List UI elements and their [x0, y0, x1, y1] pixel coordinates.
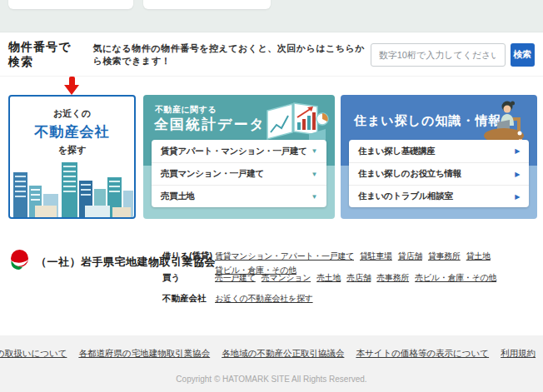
- search-description: 気になる物件の物件番号を控えておくと、次回からはこちらから検索できます！: [93, 42, 371, 67]
- copyright-text: Copyright © HATOMARK SITE All Rights Res…: [0, 375, 543, 384]
- knowledge-menu: 住まい探し基礎講座 ▶ 住まい探しのお役立ち情報 ▶ 住まいのトラブル相談室 ▶: [349, 140, 529, 207]
- knowledge-menu-item-label: 住まい探しのお役立ち情報: [358, 168, 461, 180]
- knowledge-card-title: 住まい探しの知識・情報: [354, 113, 501, 129]
- stats-menu-item-land[interactable]: 売買土地 ▼: [152, 185, 326, 207]
- footer-group-buy: 買う 売一戸建て 売マンション 売土地 売店舗 売事務所 売ビル・倉庫・その他: [162, 272, 543, 284]
- footer-link[interactable]: 売事務所: [376, 272, 409, 284]
- header-tab-remnant: [8, 0, 133, 9]
- knowledge-menu-item-label: 住まいのトラブル相談室: [358, 191, 453, 202]
- footer-link[interactable]: 貸事務所: [428, 251, 461, 262]
- legal-link[interactable]: 個人情報の取扱いについて: [0, 348, 67, 360]
- nearby-card-line2: 不動産会社: [10, 122, 134, 141]
- footer-link[interactable]: 貸土地: [466, 251, 491, 262]
- bottom-legal-bar: 個人情報の取扱いについて 各都道府県の宅地建物取引業協会 各地域の不動産公正取引…: [0, 335, 543, 392]
- knowledge-menu-item-basics[interactable]: 住まい探し基礎講座 ▶: [349, 140, 529, 162]
- national-statistics-card: 不動産に関する 全国統計データ 賃貸アパート・マンション・一戸建て ▼ 売買マン…: [143, 95, 335, 219]
- chevron-down-icon: ▼: [311, 171, 317, 178]
- legal-link[interactable]: 利用規約: [501, 348, 536, 360]
- stats-menu-item-label: 賃貸アパート・マンション・一戸建て: [161, 146, 307, 157]
- footer-link[interactable]: 売ビル・倉庫・その他: [415, 272, 496, 284]
- nearby-card-line1: お近くの: [10, 107, 134, 120]
- housing-knowledge-card: 住まい探しの知識・情報 住まい探し基礎講座 ▶ 住まい探しのお役立ち情報 ▶: [341, 95, 537, 219]
- chevron-down-icon: ▼: [311, 147, 317, 155]
- city-buildings-illustration: [10, 157, 134, 217]
- footer-link[interactable]: 売土地: [316, 272, 341, 284]
- legal-links-row: 個人情報の取扱いについて 各都道府県の宅地建物取引業協会 各地域の不動産公正取引…: [0, 348, 543, 360]
- footer-group-label: 不動産会社: [162, 293, 215, 305]
- property-number-input[interactable]: [371, 43, 506, 67]
- nearby-companies-card[interactable]: お近くの 不動産会社 を探す: [8, 95, 136, 219]
- chevron-right-icon: ▶: [515, 147, 520, 155]
- stats-menu-item-label: 売買土地: [161, 191, 195, 202]
- stats-menu-item-label: 売買マンション・一戸建て: [161, 168, 264, 180]
- footer-group-label: 借りる(賃貸): [162, 251, 215, 262]
- footer-link[interactable]: 貸店舗: [398, 251, 422, 262]
- footer-group-label: 買う: [162, 272, 215, 284]
- stats-menu: 賃貸アパート・マンション・一戸建て ▼ 売買マンション・一戸建て ▼ 売買土地 …: [152, 140, 326, 207]
- stats-menu-item-rental[interactable]: 賃貸アパート・マンション・一戸建て ▼: [152, 140, 326, 162]
- nearby-card-line3: を探す: [10, 144, 134, 156]
- footer-link[interactable]: お近くの不動産会社を探す: [215, 293, 313, 305]
- property-number-search-bar: 物件番号で検索 気になる物件の物件番号を控えておくと、次回からはこちらから検索で…: [0, 33, 543, 77]
- footer-group-company: 不動産会社 お近くの不動産会社を探す: [162, 293, 543, 305]
- chevron-right-icon: ▶: [515, 171, 520, 178]
- chevron-down-icon: ▼: [311, 193, 317, 201]
- page: 物件番号で検索 気になる物件の物件番号を控えておくと、次回からはこちらから検索で…: [0, 0, 543, 392]
- knowledge-menu-item-trouble[interactable]: 住まいのトラブル相談室 ▶: [349, 185, 529, 207]
- footer-link[interactable]: 売一戸建て: [215, 272, 256, 284]
- footer-link[interactable]: 売店舗: [346, 272, 371, 284]
- chevron-right-icon: ▶: [515, 193, 520, 201]
- header-tab-remnant: [143, 0, 271, 9]
- hatomark-logo-icon[interactable]: [8, 249, 30, 270]
- header-remnant-bar: [0, 0, 543, 32]
- legal-link[interactable]: 各地域の不動産公正取引協議会: [222, 348, 344, 360]
- stats-card-title: 全国統計データ: [154, 115, 266, 134]
- search-button[interactable]: 検索: [511, 43, 535, 67]
- knowledge-menu-item-label: 住まい探し基礎講座: [358, 146, 436, 157]
- red-down-arrow-icon: [64, 77, 80, 95]
- footer-link[interactable]: 売マンション: [262, 272, 311, 284]
- footer-link[interactable]: 貸駐車場: [360, 251, 392, 262]
- legal-link[interactable]: 本サイトの価格等の表示について: [356, 348, 489, 360]
- stats-menu-item-sale[interactable]: 売買マンション・一戸建て ▼: [152, 162, 326, 185]
- search-section-title: 物件番号で検索: [8, 40, 78, 70]
- footer-link[interactable]: 賃貸マンション・アパート・一戸建て: [215, 251, 354, 262]
- stats-card-subtitle: 不動産に関する: [155, 104, 217, 116]
- legal-link[interactable]: 各都道府県の宅地建物取引業協会: [78, 348, 210, 360]
- knowledge-menu-item-tips[interactable]: 住まい探しのお役立ち情報 ▶: [349, 162, 529, 185]
